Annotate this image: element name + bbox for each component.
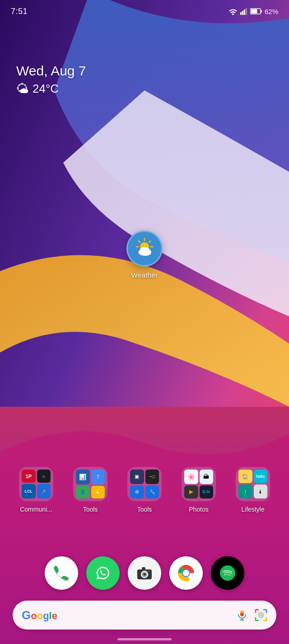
folder-sub-icon: ↗	[37, 484, 51, 498]
svg-line-14	[139, 241, 140, 242]
date-display: Wed, Aug 7	[16, 63, 86, 79]
folder-community[interactable]: 1P ○ LCL ↗ Communi...	[14, 467, 59, 513]
folder-sub-icon: 7	[91, 470, 105, 484]
svg-point-21	[143, 247, 149, 253]
lens-icon[interactable]	[255, 609, 267, 621]
folder-lifestyle-icon[interactable]: 🏠 tado ↑ 🌡	[236, 467, 270, 501]
folder-sub-icon: tado	[254, 470, 268, 483]
folder-sub-icon: ▶	[184, 485, 198, 499]
battery-icon	[250, 8, 262, 14]
folder-sub-icon: ↑	[238, 484, 252, 498]
status-bar: 7:51 62%	[0, 0, 289, 23]
folder-photos-label: Photos	[189, 506, 209, 513]
temperature-display: 24°C	[33, 82, 59, 96]
sun-icon: 🌤	[16, 81, 29, 96]
wallpaper	[0, 0, 289, 644]
search-bar[interactable]: Google	[13, 601, 276, 630]
mic-icon[interactable]	[236, 609, 248, 621]
folder-sub-icon: 1P	[22, 470, 36, 483]
folder-sub-icon: 🏔	[200, 470, 214, 484]
folder-lifestyle[interactable]: 🏠 tado ↑ 🌡 Lifestyle	[230, 467, 275, 513]
whatsapp-app[interactable]	[86, 556, 120, 590]
signal-icon	[240, 8, 247, 15]
camera-icon	[135, 564, 154, 582]
dock	[45, 556, 244, 590]
folder-sub-icon: D.tv	[200, 485, 214, 499]
folder-tools1[interactable]: 📊 7 👤 ▲ Tools	[68, 467, 113, 513]
svg-rect-8	[251, 9, 257, 14]
folder-community-icon[interactable]: 1P ○ LCL ↗	[19, 467, 53, 501]
whatsapp-icon	[93, 563, 113, 583]
weather-app-icon[interactable]	[126, 230, 163, 267]
svg-point-30	[183, 570, 189, 576]
weather-app[interactable]: Weather	[126, 230, 163, 279]
folder-community-label: Communi...	[20, 506, 52, 513]
battery-percent: 62%	[265, 8, 278, 15]
svg-point-40	[260, 614, 262, 616]
spotify-app[interactable]	[211, 556, 244, 590]
search-right-icons	[236, 609, 267, 621]
weather-row: 🌤 24°C	[16, 81, 86, 96]
status-icons: 62%	[228, 8, 278, 15]
chrome-app[interactable]	[169, 556, 203, 590]
folder-sub-icon: 🌡	[254, 484, 268, 498]
svg-rect-7	[261, 10, 262, 13]
date-weather-widget[interactable]: Wed, Aug 7 🌤 24°C	[16, 63, 86, 96]
folder-photos[interactable]: 🌸 🏔 ▶ D.tv Photos	[176, 467, 221, 513]
folder-tools1-icon[interactable]: 📊 7 👤 ▲	[73, 467, 107, 501]
google-logo: Google	[22, 608, 57, 622]
folder-lifestyle-label: Lifestyle	[241, 506, 264, 513]
weather-app-label: Weather	[131, 271, 158, 279]
svg-rect-5	[246, 8, 247, 15]
folder-tools2[interactable]: ▣ −□ ⚙ 🔧 Tools	[122, 467, 167, 513]
folder-sub-icon: ○	[37, 470, 51, 483]
folder-sub-icon: 👤	[76, 486, 90, 499]
folder-sub-icon: 🔧	[145, 485, 159, 499]
status-time: 7:51	[11, 7, 28, 16]
folder-photos-icon[interactable]: 🌸 🏔 ▶ D.tv	[182, 467, 216, 501]
folder-sub-icon: ⚙	[130, 485, 144, 499]
weather-icon-svg	[133, 237, 156, 260]
camera-app[interactable]	[128, 556, 161, 590]
svg-point-27	[148, 570, 150, 572]
chrome-icon	[176, 563, 196, 583]
wifi-icon	[228, 8, 238, 15]
folder-sub-icon: −□	[145, 470, 159, 484]
svg-point-32	[220, 565, 235, 581]
phone-app[interactable]	[45, 556, 78, 590]
folder-sub-icon: ▣	[130, 470, 144, 484]
spotify-icon	[218, 563, 238, 583]
app-folder-row: 1P ○ LCL ↗ Communi... 📊 7 👤	[0, 467, 289, 513]
folder-sub-icon: LCL	[22, 484, 36, 498]
svg-rect-26	[142, 567, 145, 569]
svg-rect-3	[242, 11, 243, 15]
svg-rect-35	[240, 611, 244, 613]
folder-tools2-icon[interactable]: ▣ −□ ⚙ 🔧	[127, 467, 162, 501]
home-indicator	[117, 638, 172, 640]
svg-line-17	[149, 241, 150, 242]
folder-sub-icon: ▲	[91, 486, 105, 499]
phone-icon	[52, 564, 70, 582]
folder-sub-icon: 📊	[76, 470, 90, 484]
folder-tools1-label: Tools	[83, 506, 98, 513]
folder-tools2-label: Tools	[137, 506, 152, 513]
folder-sub-icon: 🌸	[184, 470, 198, 484]
folder-sub-icon: 🏠	[238, 470, 252, 483]
svg-rect-2	[240, 12, 242, 15]
svg-rect-4	[244, 9, 245, 15]
